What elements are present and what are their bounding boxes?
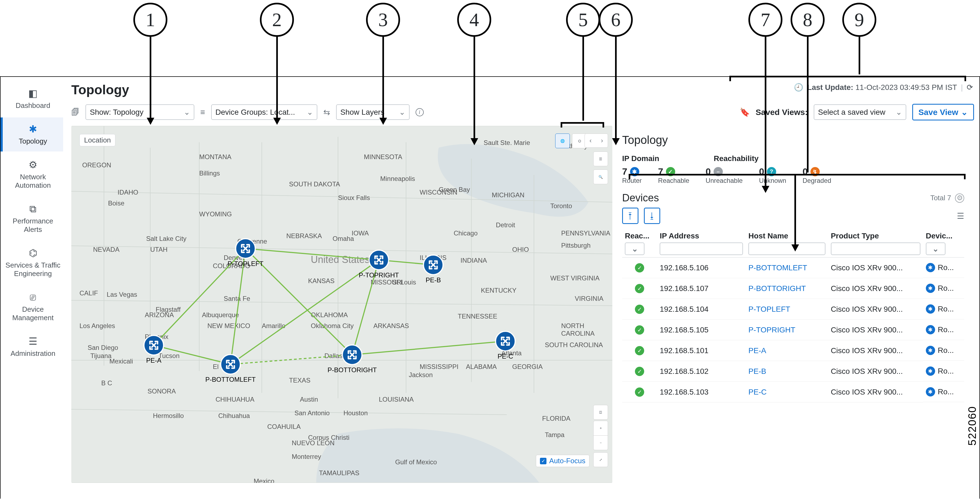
topology-node[interactable] — [342, 344, 363, 365]
gear-icon[interactable]: ⚙ — [955, 193, 964, 203]
sidebar-label: Performance Alerts — [5, 217, 60, 234]
degraded-icon: ↯ — [810, 167, 820, 176]
clock-icon: 🕘 — [794, 83, 803, 92]
callout-9: 9 — [842, 3, 876, 37]
callout-4: 4 — [457, 3, 491, 37]
table-row[interactable]: ✓192.168.5.104P-TOPLEFTCisco IOS XRv 900… — [622, 299, 964, 319]
product-filter[interactable] — [831, 243, 920, 255]
topology-side-panel: Topology IP Domain Reachability 7✱ Route… — [612, 126, 974, 483]
sidebar-item-network-automation[interactable]: ⚙Network Automation — [0, 153, 63, 196]
router-icon: ✱ — [926, 346, 935, 355]
col-product[interactable]: Product Type — [831, 232, 879, 240]
host-link[interactable]: PE-C — [748, 388, 767, 396]
chevron-down-icon: ⌄ — [304, 108, 313, 117]
topology-node-label: PE-C — [498, 353, 513, 360]
sidebar-item-performance-alerts[interactable]: ⧉Performance Alerts — [0, 197, 63, 240]
table-row[interactable]: ✓192.168.5.107P-BOTTORIGHTCisco IOS XRv … — [622, 278, 964, 299]
cell-device: ✱Ro... — [923, 299, 964, 319]
table-row[interactable]: ✓192.168.5.105P-TOPRIGHTCisco IOS XRv 90… — [622, 319, 964, 340]
reachability-label: Reachability — [714, 154, 759, 163]
select-label: Device Groups: Locat... — [216, 108, 295, 117]
col-reach[interactable]: Reac... — [625, 232, 649, 240]
host-link[interactable]: PE-A — [748, 346, 766, 355]
select-label: Select a saved view — [818, 108, 885, 117]
router-icon: ✱ — [926, 325, 935, 334]
host-filter[interactable] — [748, 243, 826, 255]
topology-node[interactable] — [220, 354, 241, 375]
map-globe-toggle[interactable]: 🌐 — [555, 134, 570, 148]
map-layers-button[interactable]: ☰ — [593, 152, 608, 166]
map-zoom[interactable]: ＋ － — [593, 421, 608, 450]
auto-focus-toggle[interactable]: ✓ Auto-Focus — [536, 455, 589, 467]
cell-product: Cisco IOS XRv 900... — [828, 340, 923, 361]
sidebar-item-dashboard[interactable]: ◧Dashboard — [0, 82, 63, 116]
reach-filter[interactable]: ⌄ — [625, 243, 644, 255]
col-ip[interactable]: IP Address — [660, 232, 699, 240]
show-select[interactable]: Show: Topology⌄ — [86, 104, 194, 120]
saved-icon: 🗐 — [71, 108, 80, 117]
cell-product: Cisco IOS XRv 900... — [828, 361, 923, 382]
sidebar-label: Network Automation — [5, 173, 60, 190]
topology-node[interactable] — [495, 331, 516, 351]
col-host[interactable]: Host Name — [748, 232, 788, 240]
cell-ip: 192.168.5.105 — [657, 319, 746, 340]
show-layers-select[interactable]: Show Layers⌄ — [336, 104, 410, 120]
sidebar-item-topology[interactable]: ✱Topology — [0, 117, 63, 152]
sidebar-item-administration[interactable]: ☰Administration — [0, 330, 63, 364]
status-ok-icon: ✓ — [635, 305, 644, 314]
checkbox-checked-icon: ✓ — [540, 458, 546, 464]
topology-node[interactable] — [143, 335, 164, 356]
saved-views-select[interactable]: Select a saved view⌄ — [814, 104, 906, 120]
saved-views-label: Saved Views: — [756, 108, 808, 117]
table-row[interactable]: ✓192.168.5.101PE-ACisco IOS XRv 900...✱R… — [622, 340, 964, 361]
ip-filter[interactable] — [660, 243, 743, 255]
topology-node[interactable] — [423, 254, 444, 275]
toolbar: 🗐 Show: Topology⌄ ≡ Device Groups: Locat… — [66, 100, 980, 124]
topology-node[interactable] — [369, 249, 389, 270]
table-row[interactable]: ✓192.168.5.106P-BOTTOMLEFTCisco IOS XRv … — [622, 257, 964, 278]
kpi-row: 7✱ Router 7✓ Reachable 0– Unreachable — [622, 166, 964, 184]
device-filter[interactable]: ⌄ — [926, 243, 945, 255]
sliders-icon: ⇆ — [323, 107, 330, 117]
map-search-button[interactable]: 🔍 — [593, 169, 608, 184]
column-filter-icon[interactable]: ☰ — [957, 211, 964, 221]
status-ok-icon: ✓ — [635, 346, 644, 355]
kpi-unknown: 0? Unknown — [759, 166, 786, 184]
import-button[interactable]: ⭳ — [644, 208, 660, 224]
host-link[interactable]: P-BOTTOMLEFT — [748, 264, 807, 272]
zoom-in-icon[interactable]: ＋ — [593, 421, 608, 436]
map-fit-button[interactable]: ⤢ — [593, 452, 608, 467]
device-groups-select[interactable]: Device Groups: Locat...⌄ — [211, 104, 317, 120]
callout-5: 5 — [566, 3, 600, 37]
cell-ip: 192.168.5.102 — [657, 361, 746, 382]
refresh-icon[interactable]: ⟳ — [967, 83, 973, 92]
cell-device: ✱Ro... — [923, 278, 964, 299]
breadcrumb-chip[interactable]: Location — [80, 134, 115, 146]
sidebar-item-services-traffic[interactable]: ⌬Services & Traffic Engineering — [0, 241, 63, 284]
sidebar-item-device-management[interactable]: ⎚Device Management — [0, 286, 63, 328]
cell-ip: 192.168.5.101 — [657, 340, 746, 361]
host-link[interactable]: P-BOTTORIGHT — [748, 284, 806, 292]
bookmark-icon: 🔖 — [740, 107, 750, 117]
topology-node-label: P-BOTTORIGHT — [328, 366, 377, 374]
host-link[interactable]: P-TOPRIGHT — [748, 326, 795, 334]
export-button[interactable]: ⭱ — [622, 208, 638, 224]
table-row[interactable]: ✓192.168.5.102PE-BCisco IOS XRv 900...✱R… — [622, 361, 964, 382]
col-device[interactable]: Devic... — [926, 232, 953, 240]
cell-product: Cisco IOS XRv 900... — [828, 382, 923, 403]
cell-ip: 192.168.5.103 — [657, 382, 746, 403]
sidebar-label: Device Management — [5, 305, 60, 322]
host-link[interactable]: P-TOPLEFT — [748, 305, 790, 313]
zoom-out-icon[interactable]: － — [599, 436, 603, 450]
table-row[interactable]: ✓192.168.5.103PE-CCisco IOS XRv 900...✱R… — [622, 382, 964, 403]
router-icon: ✱ — [926, 263, 935, 272]
map[interactable]: OREGONIDAHOBoiseMONTANABillingsWYOMINGNE… — [71, 126, 612, 483]
info-icon[interactable]: i — [415, 108, 424, 117]
save-view-button[interactable]: Save View⌄ — [912, 104, 974, 120]
host-link[interactable]: PE-B — [748, 367, 766, 375]
topology-node[interactable] — [235, 238, 256, 259]
callout-7: 7 — [748, 3, 783, 37]
map-legend-button[interactable]: ☲ — [593, 405, 608, 420]
cell-product: Cisco IOS XRv 900... — [828, 319, 923, 340]
panel-collapse-toggle[interactable]: ‹› — [585, 134, 608, 148]
